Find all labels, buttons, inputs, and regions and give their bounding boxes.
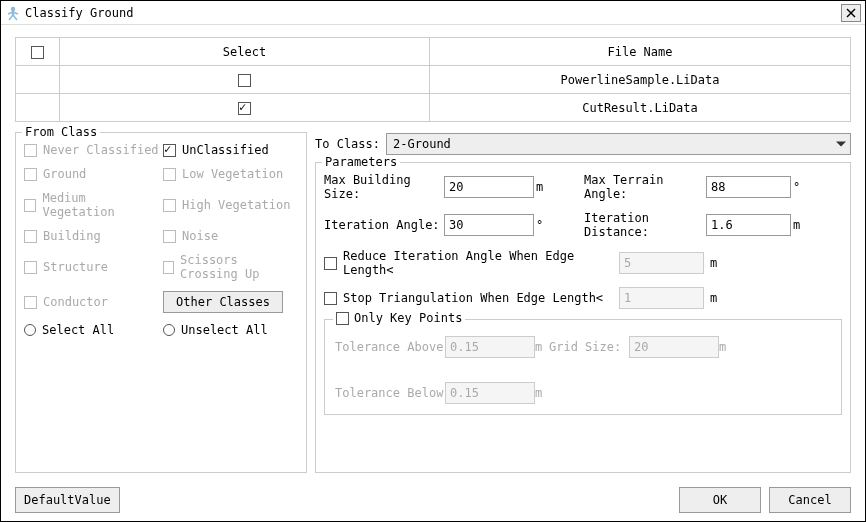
file-table-header-filename: File Name [430,38,851,66]
reduce-iter-input: 5 [619,252,704,274]
body-row: From Class Never Classified UnClassified… [15,132,851,473]
file-table-header-checkbox[interactable] [16,38,60,66]
chk-conductor[interactable]: Conductor [24,291,159,313]
window-title: Classify Ground [25,6,841,20]
to-class-row: To Class: 2-Ground [315,132,851,156]
stop-tri-input: 1 [619,287,704,309]
default-value-button[interactable]: DefaultValue [15,487,120,513]
max-terrain-angle-input[interactable]: 88 [706,176,791,198]
parameters-legend: Parameters [322,155,400,169]
to-class-value: 2-Ground [393,137,451,151]
app-icon [5,5,21,21]
grid-size-input: 20 [629,336,719,358]
from-class-legend: From Class [22,125,100,139]
iteration-angle-input[interactable]: 30 [444,214,534,236]
max-building-size-label: Max Building Size: [324,173,444,201]
stop-tri-row: Stop Triangulation When Edge Length< 1 m [324,287,842,309]
right-column: To Class: 2-Ground Parameters Max Buildi… [315,132,851,473]
chk-medium-vegetation[interactable]: Medium Vegetation [24,191,159,219]
table-row: PowerlineSample.LiData [16,66,851,94]
iteration-angle-label: Iteration Angle: [324,218,444,232]
file-row-name-1: CutResult.LiData [430,94,851,122]
chk-scissors[interactable]: Scissors Crossing Up [163,253,298,281]
tolerance-below-label: Tolerance Below [335,386,445,400]
parameters-fieldset: Parameters Max Building Size: 20 m Max T… [315,162,851,473]
tolerance-above-input: 0.15 [445,336,535,358]
chk-noise[interactable]: Noise [163,229,298,243]
close-button[interactable] [841,4,861,22]
chk-ground[interactable]: Ground [24,167,159,181]
close-icon [846,8,856,18]
radio-unselect-all[interactable]: Unselect All [163,323,298,337]
titlebar: Classify Ground [1,1,865,25]
chk-never-classified[interactable]: Never Classified [24,143,159,157]
chevron-down-icon [836,142,846,147]
chk-building[interactable]: Building [24,229,159,243]
stop-tri-label: Stop Triangulation When Edge Length< [343,291,613,305]
reduce-iter-checkbox[interactable] [324,257,337,270]
chk-low-vegetation[interactable]: Low Vegetation [163,167,298,181]
cancel-button[interactable]: Cancel [769,487,851,513]
chk-unclassified[interactable]: UnClassified [163,143,298,157]
svg-line-5 [13,15,17,20]
chk-high-vegetation[interactable]: High Vegetation [163,191,298,219]
reduce-iter-label: Reduce Iteration Angle When Edge Length< [343,249,613,277]
max-building-size-input[interactable]: 20 [444,176,534,198]
window: Classify Ground Select File Name P [0,0,866,522]
tolerance-below-input: 0.15 [445,382,535,404]
only-key-points-fieldset: Only Key Points Tolerance Above 0.15 m G… [324,319,842,415]
file-table: Select File Name PowerlineSample.LiData … [15,37,851,122]
ok-button[interactable]: OK [679,487,761,513]
other-classes-button[interactable]: Other Classes [163,291,283,313]
to-class-combo[interactable]: 2-Ground [386,133,851,155]
svg-line-4 [9,15,13,20]
reduce-iter-row: Reduce Iteration Angle When Edge Length<… [324,249,842,277]
file-row-name-0: PowerlineSample.LiData [430,66,851,94]
iteration-distance-input[interactable]: 1.6 [706,214,791,236]
to-class-label: To Class: [315,137,380,151]
only-key-points-checkbox[interactable] [336,312,349,325]
tolerance-above-label: Tolerance Above [335,340,445,354]
content: Select File Name PowerlineSample.LiData … [1,25,865,483]
chk-structure[interactable]: Structure [24,253,159,281]
max-terrain-angle-label: Max Terrain Angle: [584,173,706,201]
table-row: CutResult.LiData [16,94,851,122]
only-key-points-legend: Only Key Points [333,311,465,325]
file-table-header-select: Select [60,38,430,66]
grid-size-label: Grid Size: [549,340,629,354]
file-row-checkbox-0[interactable] [60,66,430,94]
radio-select-all[interactable]: Select All [24,323,159,337]
stop-tri-checkbox[interactable] [324,292,337,305]
footer: DefaultValue OK Cancel [1,483,865,521]
from-class-fieldset: From Class Never Classified UnClassified… [15,132,307,473]
iteration-distance-label: Iteration Distance: [584,211,706,239]
file-row-checkbox-1[interactable] [60,94,430,122]
